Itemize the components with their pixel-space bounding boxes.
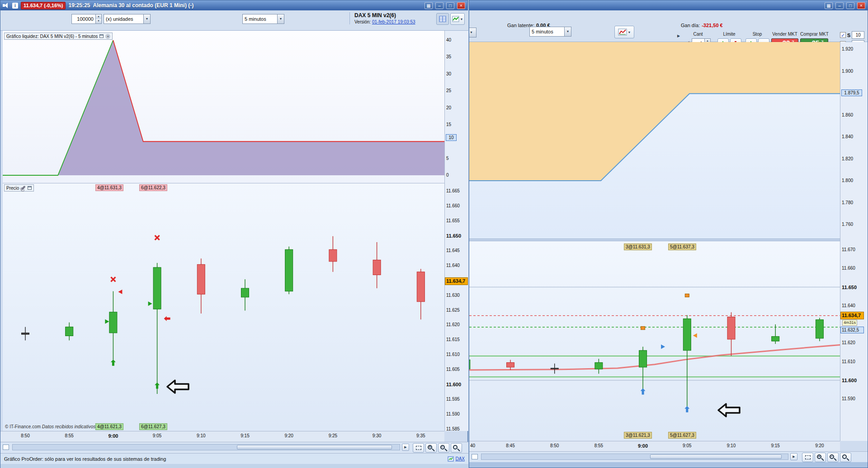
- y-axis-tick: 15: [446, 122, 451, 127]
- chart-view-button[interactable]: ▼: [450, 13, 465, 25]
- left-chart-window: i 11.634,7 (-0,16%) 19:25:25 Alemania 30…: [0, 0, 468, 468]
- secondary-price-badge: 11.632,5: [840, 327, 864, 333]
- zoom-reset-button[interactable]: [840, 453, 851, 462]
- y-axis-tick: 11.670: [842, 247, 855, 252]
- signal-marker-arrow-up: [641, 388, 646, 395]
- chart-style-button[interactable]: ▼: [614, 26, 634, 38]
- equity-current-badge: 1.879,5: [841, 89, 862, 96]
- version-label: Versión:: [354, 19, 371, 24]
- timeframe-dropdown[interactable]: 5 minutos ▼: [529, 27, 571, 37]
- minimize-button[interactable]: –: [435, 2, 443, 9]
- zoom-in-button[interactable]: +: [815, 453, 826, 462]
- left-titlebar[interactable]: i 11.634,7 (-0,16%) 19:25:25 Alemania 30…: [0, 0, 467, 10]
- maximize-button[interactable]: □: [446, 2, 454, 9]
- y-axis-tick: 1.800: [842, 178, 853, 183]
- moving-average-line: [469, 345, 840, 370]
- expander-icon[interactable]: ▶: [677, 34, 680, 38]
- candle-9:10: [727, 317, 735, 340]
- right-x-axis[interactable]: 408:458:508:559:009:059:109:159:20: [469, 441, 840, 451]
- x-axis-label: 9:00: [105, 433, 121, 439]
- system-name: DAX 5 MIN v2(6): [354, 12, 434, 19]
- right-toolbar: Gan latente:0,00 € Gan día:-321,50 € ▼ 5…: [469, 10, 868, 42]
- chart-mini-icon[interactable]: [472, 454, 478, 459]
- wrench-icon[interactable]: [21, 186, 26, 191]
- zoom-out-button[interactable]: −: [827, 453, 839, 462]
- candle-9:15: [772, 337, 779, 341]
- y-axis-tick: 1.860: [842, 112, 853, 117]
- equity-chart[interactable]: [469, 42, 840, 239]
- y-axis-tick: 11.665: [446, 188, 460, 193]
- right-titlebar[interactable]: ▦ – □ ×: [469, 0, 868, 10]
- price-chart[interactable]: [469, 241, 840, 441]
- spin-up-icon[interactable]: ▲: [96, 14, 101, 19]
- bar-countdown-badge: 4m31s: [842, 320, 857, 326]
- spin-down-icon[interactable]: ▼: [96, 19, 101, 23]
- restore-pane-icon[interactable]: [99, 34, 104, 38]
- x-axis-label: 8:45: [503, 443, 518, 448]
- x-axis-label: 8:55: [61, 433, 77, 438]
- keyboard-grid-icon[interactable]: ▦: [425, 2, 433, 9]
- signal-marker-tri-right: [661, 345, 665, 349]
- timeframe-dropdown[interactable]: 5 minutos ▼: [242, 14, 284, 24]
- zoom-reset-button[interactable]: [451, 443, 462, 453]
- titlebar-price-badge: 11.634,7 (-0,16%): [21, 2, 66, 9]
- scrollbar-thumb[interactable]: [237, 445, 392, 449]
- scrollbar-thumb[interactable]: [650, 454, 782, 459]
- y-axis-tick: 11.640: [842, 303, 855, 308]
- x-axis-label: 8:50: [18, 433, 33, 438]
- zoom-select-button[interactable]: [802, 453, 813, 462]
- copyright-text: © IT-Finance.com Datos recibidos indicat…: [5, 424, 95, 429]
- restore-pane-icon[interactable]: [28, 186, 32, 190]
- horizontal-scrollbar[interactable]: [481, 454, 788, 460]
- stop-checkbox[interactable]: ✓: [840, 32, 846, 38]
- scroll-right-icon[interactable]: ▶: [402, 444, 409, 451]
- maximize-button[interactable]: □: [846, 2, 854, 9]
- close-button[interactable]: ×: [857, 2, 865, 9]
- table-view-button[interactable]: [436, 13, 449, 25]
- quantity-stepper[interactable]: 100000 ▲▼: [71, 14, 102, 24]
- chevron-down-icon[interactable]: ▼: [469, 28, 476, 37]
- right-y-axis[interactable]: 1.879,5 11.634,7 4m31s 11.632,5 1.9201.9…: [840, 42, 868, 441]
- chevron-down-icon[interactable]: ▼: [564, 27, 571, 36]
- chart-mini-icon[interactable]: [3, 445, 9, 450]
- left-scroll-row: ▶ + −: [0, 442, 468, 453]
- selection-rect-icon: [416, 446, 421, 450]
- y-axis-tick: 40: [446, 37, 451, 42]
- units-dropdown[interactable]: (x) unidades ▼: [104, 14, 151, 24]
- horizontal-scrollbar[interactable]: [12, 444, 400, 450]
- info-icon[interactable]: i: [12, 3, 18, 9]
- left-y-axis[interactable]: 10 11.634,7 4035302520155011.66511.66011…: [444, 31, 468, 431]
- y-axis-tick: 11.625: [446, 308, 460, 313]
- keyboard-grid-icon[interactable]: ▦: [825, 2, 833, 9]
- y-axis-tick: 11.590: [446, 412, 460, 417]
- y-axis-tick: 11.630: [446, 293, 460, 298]
- y-axis-tick: 11.600: [842, 378, 857, 383]
- cut-dropdown[interactable]: ▼: [469, 28, 476, 37]
- price-chart[interactable]: [3, 183, 444, 431]
- chart-icon: [618, 28, 627, 36]
- y-axis-tick: 20: [446, 105, 451, 110]
- equity-area: [469, 42, 840, 181]
- close-button[interactable]: ×: [457, 2, 465, 9]
- x-axis-label: 9:15: [237, 433, 253, 438]
- zoom-select-button[interactable]: [413, 443, 424, 453]
- candle-8:50: [22, 333, 29, 334]
- announcement-icon[interactable]: [3, 3, 9, 8]
- zoom-out-button[interactable]: −: [438, 443, 449, 453]
- stop-points-field[interactable]: 10: [852, 31, 864, 39]
- zoom-in-button[interactable]: +: [425, 443, 437, 453]
- liquidity-chart[interactable]: [3, 31, 444, 183]
- minimize-button[interactable]: –: [835, 2, 844, 9]
- left-x-axis[interactable]: 8:508:559:009:059:109:159:209:259:309:35: [0, 431, 444, 442]
- right-chart-window: ▦ – □ × Gan latente:0,00 € Gan día:-321,…: [469, 0, 868, 468]
- chevron-down-icon[interactable]: ▼: [143, 14, 150, 23]
- trade-label-buy: 5@11.627,3: [668, 432, 696, 439]
- chevron-down-icon: ▼: [460, 18, 463, 21]
- chevron-down-icon[interactable]: ▼: [277, 14, 284, 23]
- y-axis-tick: 11.655: [446, 218, 460, 223]
- dax-link[interactable]: DAX: [455, 456, 465, 461]
- close-pane-icon[interactable]: ×: [105, 34, 110, 39]
- version-link[interactable]: 01-feb-2017 19:03:53: [372, 19, 415, 24]
- scroll-right-icon[interactable]: ▶: [790, 453, 797, 460]
- current-price-badge: 11.634,7: [445, 277, 468, 285]
